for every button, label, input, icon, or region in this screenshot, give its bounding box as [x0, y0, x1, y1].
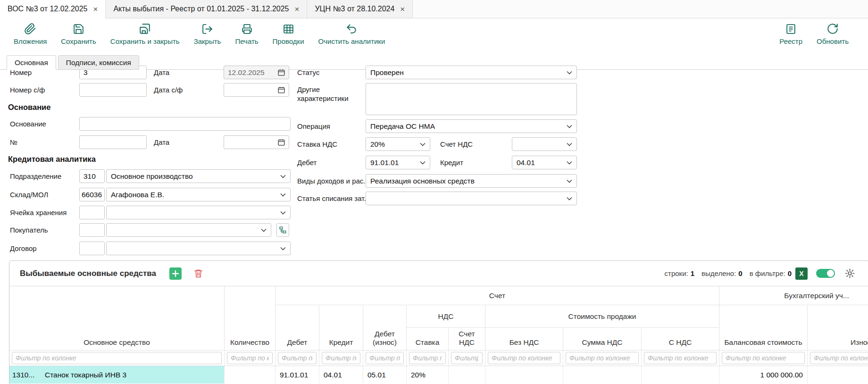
tab-close-icon[interactable]: × [295, 5, 300, 13]
sklad-select[interactable]: Агафонова Е.В. [106, 188, 291, 201]
dogovor-code-input[interactable] [79, 242, 105, 255]
table-row[interactable]: 1310... Станок токарный ИНВ 3 91.01.01 0… [9, 366, 868, 384]
cell-os[interactable]: 1310... Станок токарный ИНВ 3 [9, 366, 225, 384]
yacheyka-label: Ячейка хранения [10, 206, 67, 219]
header-qty[interactable]: Количество [225, 286, 275, 351]
schet-nds-select[interactable] [512, 137, 577, 151]
yacheyka-code-input[interactable] [79, 206, 105, 219]
filter-debet-input[interactable] [278, 352, 317, 364]
header-balans[interactable]: Балансовая стоимость [719, 305, 808, 351]
pokupatel-tree-button[interactable] [276, 223, 289, 237]
window-tab-label: Акты выбытия - Реестр от 01.01.2025 - 31… [113, 5, 289, 13]
dogovor-select[interactable] [106, 242, 291, 255]
filter-qty-input[interactable] [227, 352, 273, 364]
filter-schet-nds-input[interactable] [451, 352, 483, 364]
close-button[interactable]: Закрыть [187, 22, 228, 45]
filter-os-input[interactable] [12, 352, 222, 364]
header-schet-nds[interactable]: Счет НДС [449, 328, 485, 351]
window-tab-akty[interactable]: Акты выбытия - Реестр от 01.01.2025 - 31… [106, 0, 307, 18]
header-debet[interactable]: Дебет [275, 305, 319, 351]
window-tab-vos[interactable]: ВОС №3 от 12.02.2025 × [0, 0, 106, 18]
data2-field[interactable] [224, 135, 289, 149]
debet-select[interactable]: 91.01.01 [366, 156, 430, 169]
filter-summa-nds-input[interactable] [566, 352, 639, 364]
cell-balans[interactable]: 1 000 000.00 [719, 366, 808, 384]
filter-bez-nds-input[interactable] [488, 352, 560, 364]
print-button[interactable]: Печать [228, 22, 265, 45]
operaciya-select[interactable]: Передача ОС НМА [366, 119, 577, 133]
harakteristiki-textarea[interactable] [366, 83, 577, 115]
chevron-down-icon [280, 247, 286, 250]
excel-export-button[interactable]: X [795, 267, 808, 280]
header-os[interactable]: Основное средство [9, 286, 225, 351]
cell-bez-nds[interactable] [485, 366, 563, 384]
podrazdelenie-code-input[interactable] [79, 169, 105, 183]
cell-summa-nds[interactable] [563, 366, 642, 384]
delete-row-button[interactable] [192, 267, 204, 280]
header-kredit[interactable]: Кредит [319, 305, 363, 351]
sklad-code-input[interactable] [79, 188, 105, 201]
kredit-select[interactable]: 04.01 [512, 156, 577, 169]
data-sf-field[interactable] [224, 83, 289, 97]
attachments-button[interactable]: Вложения [7, 22, 54, 45]
podrazdelenie-label: Подразделение [10, 169, 61, 183]
add-row-button[interactable] [169, 267, 182, 280]
refresh-button[interactable]: Обновить [810, 22, 856, 45]
cell-debet[interactable]: 91.01.01 [275, 366, 319, 384]
filter-toggle[interactable] [816, 269, 835, 278]
header-bez-nds[interactable]: Без НДС [485, 328, 563, 351]
chevron-down-icon [567, 71, 572, 75]
filter-s-nds-input[interactable] [644, 352, 717, 364]
vidy-dohodov-select[interactable]: Реализация основных средств [366, 174, 577, 188]
header-debet-iznos[interactable]: Дебет (износ) [363, 305, 407, 351]
tab-osnovnaya[interactable]: Основная [7, 55, 56, 70]
cell-kredit[interactable]: 04.01 [319, 366, 363, 384]
nomer-sf-input[interactable] [79, 83, 147, 97]
header-stavka[interactable]: Ставка [407, 328, 449, 351]
cell-qty[interactable] [225, 366, 275, 384]
cell-os-name[interactable]: Станок токарный ИНВ 3 [41, 366, 224, 384]
podrazdelenie-select[interactable]: Основное производство [106, 169, 291, 183]
statya-spisaniya-select[interactable] [366, 192, 577, 205]
yacheyka-select[interactable] [106, 206, 291, 219]
window-tab-label: УЦН №3 от 28.10.2024 [315, 5, 394, 13]
header-iznos[interactable]: Износ [808, 305, 868, 351]
registry-button[interactable]: Реестр [772, 22, 810, 45]
cell-debet-iznos[interactable]: 05.01 [363, 366, 407, 384]
clear-analytics-button[interactable]: Очистить аналитики [311, 22, 392, 45]
header-s-nds[interactable]: С НДС [642, 328, 719, 351]
grid-title: Выбываемые основные средства [20, 269, 156, 278]
cell-s-nds[interactable] [642, 366, 719, 384]
pokupatel-select[interactable] [106, 223, 271, 237]
grid-panel: Выбываемые основные средства строки: 1 в… [9, 260, 868, 384]
header-summa-nds[interactable]: Сумма НДС [563, 328, 642, 351]
filter-balans-input[interactable] [722, 352, 805, 364]
cell-stavka[interactable]: 20% [407, 366, 449, 384]
tab-close-icon[interactable]: × [93, 5, 98, 13]
save-close-button[interactable]: Сохранить и закрыть [103, 22, 187, 45]
status-select[interactable]: Проверен [366, 66, 577, 79]
calendar-icon[interactable] [277, 86, 285, 94]
chevron-down-icon [280, 193, 286, 197]
filter-stavka-input[interactable] [409, 352, 446, 364]
filter-debet-iznos-input[interactable] [366, 352, 404, 364]
registry-icon [785, 22, 797, 35]
cell-os-code[interactable]: 1310... [9, 366, 41, 384]
calendar-icon[interactable] [277, 68, 285, 76]
tab-podpisi-komissiya[interactable]: Подписи, комиссия [58, 55, 139, 70]
tab-close-icon[interactable]: × [400, 5, 405, 13]
pokupatel-code-input[interactable] [79, 223, 105, 237]
settings-gear-icon[interactable] [844, 268, 855, 279]
data-field[interactable]: 12.02.2025 [224, 66, 289, 79]
osnovanie-input[interactable] [79, 117, 291, 131]
filter-iznos-input[interactable] [810, 352, 868, 364]
window-tab-ucn[interactable]: УЦН №3 от 28.10.2024 × [307, 0, 413, 18]
cell-schet-nds[interactable] [449, 366, 485, 384]
cell-iznos[interactable] [808, 366, 868, 384]
no-input[interactable] [79, 135, 147, 149]
save-button[interactable]: Сохранить [54, 22, 103, 45]
filter-kredit-input[interactable] [322, 352, 360, 364]
calendar-icon[interactable] [277, 138, 285, 146]
postings-button[interactable]: Проводки [266, 22, 311, 45]
stavka-nds-select[interactable]: 20% [366, 137, 430, 151]
